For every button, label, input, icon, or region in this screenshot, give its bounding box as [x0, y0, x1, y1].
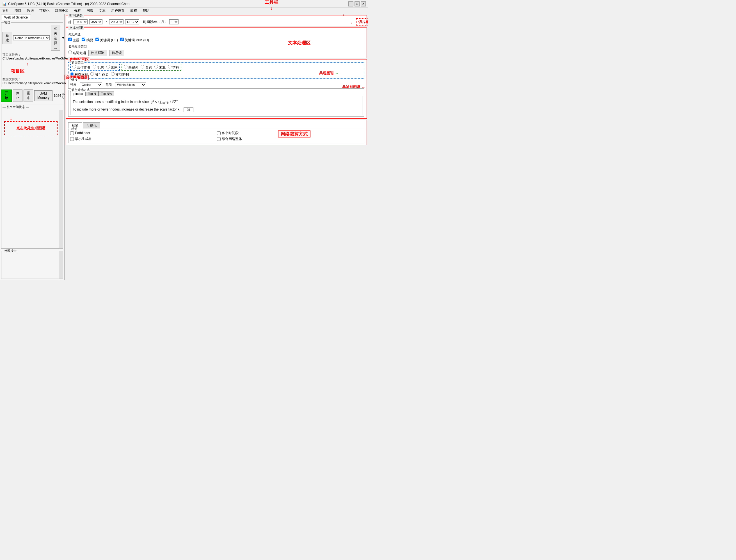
radio-source-label[interactable]: 来源: [154, 65, 166, 70]
min-span-label: 最小生成树: [75, 137, 92, 141]
project-select[interactable]: Demo 1: Terrorism (1996-2003): [13, 35, 50, 40]
pathfinder-checkbox[interactable]: [70, 131, 74, 135]
each-time-label: 各个时间段: [222, 131, 238, 136]
radio-cited-author-label[interactable]: 被引作者: [90, 72, 108, 77]
tab-visualization[interactable]: 可视化: [83, 122, 100, 128]
radio-cited-journal-label[interactable]: 被引期刊: [111, 72, 129, 77]
link-box-label: 链接: [71, 78, 78, 82]
slice-value-select[interactable]: 1: [169, 19, 178, 24]
mem-value: 1024: [54, 94, 61, 98]
tab-topnpercent[interactable]: Top N%: [98, 91, 114, 96]
link-section: 链接 强度 Cosine 范围 Within Slices: [68, 80, 364, 89]
radio-coop-author-label[interactable]: 合作作者: [72, 65, 90, 70]
new-project-button[interactable]: 新建: [3, 32, 12, 44]
menu-overlay[interactable]: 双图叠加: [54, 8, 70, 13]
menu-network[interactable]: 网络: [85, 8, 94, 13]
tab-web-of-science[interactable]: Web of Science: [1, 15, 31, 20]
radio-institution[interactable]: [93, 65, 96, 68]
menu-data[interactable]: 数据: [26, 8, 35, 13]
pruning-inner: 精简 Pathfinder 各个时间段 最小生成树: [68, 129, 364, 143]
coop-network-box: 合作作者 机构 国家: [70, 64, 120, 71]
related-select-button[interactable]: 相关选择 ...: [51, 25, 60, 51]
radio-country[interactable]: [106, 65, 110, 68]
project-label: 项目: [4, 20, 11, 25]
down-arrow-icon: ↓: [10, 116, 12, 121]
gindex-formula-line: The selection uses a modified g-index in…: [73, 98, 360, 105]
link-box: 链接 强度 Cosine 范围 Within Slices: [68, 80, 364, 89]
check-keyword-plus-label[interactable]: 关键词 Plus (ID): [120, 38, 149, 43]
reset-button[interactable]: 重来: [24, 89, 33, 102]
title-bar-controls: − □ ✕: [348, 1, 366, 6]
radio-cited-journal[interactable]: [111, 72, 114, 76]
data-folder-label: 数据文件夹： C:\Users\zachary\.citespace\Examp…: [3, 77, 62, 85]
to-month-select[interactable]: DEC: [125, 19, 139, 24]
start-button[interactable]: 开始: [1, 89, 12, 102]
scrollbar-citation[interactable]: [59, 110, 63, 248]
stop-button[interactable]: 停止: [13, 89, 22, 102]
check-keyword-de[interactable]: [95, 38, 99, 41]
from-month-select[interactable]: JAN: [89, 19, 102, 24]
check-abstract[interactable]: [82, 38, 85, 41]
slice-arrow-icon: ←: [350, 20, 355, 26]
app-title: CiteSpace 6.1.R3 (64-bit) Basic (Chinese…: [8, 2, 129, 6]
menu-project[interactable]: 项目: [13, 8, 22, 13]
from-year-select[interactable]: 1996: [73, 19, 88, 24]
to-year-select[interactable]: 2003: [109, 19, 123, 24]
filter-section: 节点筛选方式 g-index Top N Top N% The selectio…: [68, 90, 364, 117]
hot-detection-button[interactable]: 热点探测: [88, 50, 107, 56]
radio-noun-label[interactable]: 名词: [141, 65, 152, 70]
menu-bar: 文件 项目 数据 可视化 双图叠加 分析 网络 文本 用户设置 教程 帮助 工具…: [0, 8, 368, 14]
radio-noun[interactable]: [141, 65, 144, 68]
check-keyword-de-label[interactable]: 关键词 (DE): [95, 38, 118, 43]
radio-discipline-label[interactable]: 学科: [168, 65, 179, 70]
radio-noun-phrase-label[interactable]: 名词短语: [68, 51, 86, 56]
filter-title: 节点筛选方式: [71, 88, 90, 92]
menu-tutorial[interactable]: 教程: [129, 8, 138, 13]
menu-user-settings[interactable]: 用户设置: [110, 8, 126, 13]
radio-cited-author[interactable]: [90, 72, 94, 76]
radio-discipline[interactable]: [168, 65, 171, 68]
menu-file[interactable]: 文件: [1, 8, 10, 13]
radio-keyword-label[interactable]: 关键词: [124, 65, 138, 70]
radio-keyword[interactable]: [124, 65, 127, 68]
each-time-checkbox[interactable]: [217, 131, 221, 135]
check-title-label[interactable]: 主题: [68, 38, 79, 43]
project-arrow-up: ↑: [26, 61, 29, 66]
restore-button[interactable]: □: [354, 1, 359, 6]
menu-text[interactable]: 文本: [98, 8, 107, 13]
scrollbar-report[interactable]: [59, 251, 63, 279]
range-select[interactable]: Within Slices: [115, 82, 146, 87]
info-feed-button[interactable]: 信息馈: [109, 50, 124, 56]
slice-annotation-box: 切片单位: [356, 18, 368, 26]
app-icon: 📊: [2, 2, 6, 6]
node-type-title: 节点类型: [71, 60, 84, 65]
check-title[interactable]: [68, 38, 72, 41]
menu-analysis[interactable]: 分析: [73, 8, 82, 13]
radio-coop-author[interactable]: [72, 65, 76, 68]
radio-country-label[interactable]: 国家: [106, 65, 118, 70]
project-folder-label: 项目文件夹： C:\Users\zachary\.citespace\Examp…: [3, 52, 62, 60]
check-keyword-plus[interactable]: [120, 38, 124, 41]
gindex-k-input[interactable]: [183, 107, 193, 112]
filter-tabs: g-index Top N Top N%: [70, 91, 362, 96]
min-span-checkbox[interactable]: [70, 137, 74, 141]
radio-institution-label[interactable]: 机构: [93, 65, 104, 70]
minimize-button[interactable]: −: [348, 1, 353, 6]
menu-visualization[interactable]: 可视化: [38, 8, 51, 13]
merged-checkbox[interactable]: [217, 137, 221, 141]
strength-select[interactable]: Cosine: [80, 82, 102, 87]
menu-help[interactable]: 帮助: [141, 8, 150, 13]
citation-space-content: 点击此处生成图谱 ↓: [1, 110, 63, 248]
check-abstract-label[interactable]: 摘要: [82, 38, 93, 43]
coview-network-box: 关键词 名词 来源 学科: [121, 64, 181, 71]
slice-label: 时间段/年（月）: [143, 20, 168, 24]
radio-source[interactable]: [154, 65, 158, 68]
close-button[interactable]: ✕: [361, 1, 366, 6]
generate-map-box[interactable]: 点击此处生成图谱: [4, 121, 58, 135]
process-report-label: 处理报告: [4, 249, 17, 253]
jvm-memory-button[interactable]: JVM Memory: [34, 90, 52, 101]
dropdown-arrow[interactable]: ▼: [61, 36, 65, 40]
radio-noun-phrase[interactable]: [68, 51, 72, 54]
project-section: 项目 新建 Demo 1: Terrorism (1996-2003) 相关选择…: [1, 22, 63, 87]
gindex-k-line: To include more or fewer nodes, increase…: [73, 107, 360, 113]
